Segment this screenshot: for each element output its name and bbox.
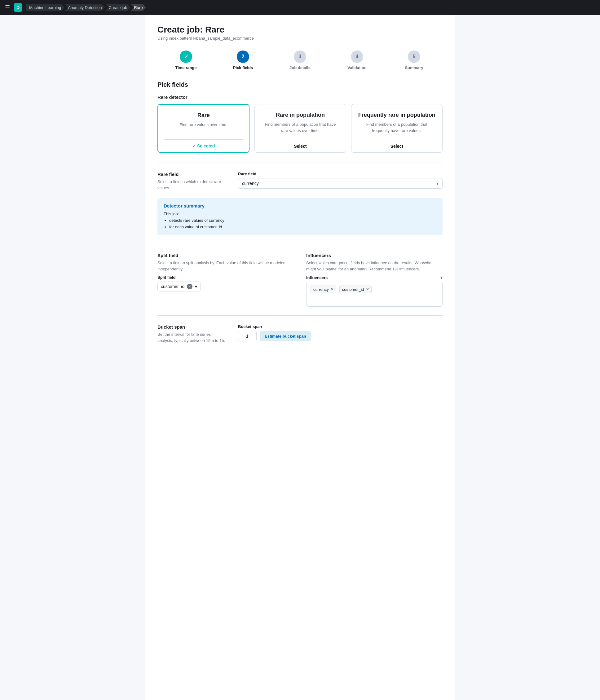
step-1: ✓ Time range [158,50,214,70]
divider-4 [158,356,442,356]
rare-field-description: Rare field Select a field in which to de… [158,172,225,191]
split-field-col: Split field Select a field to split anal… [158,253,294,299]
stepper: ✓ Time range 2 Pick fields 3 Job details… [158,50,442,70]
split-field-inner: Split field Select a field to split anal… [158,253,294,292]
main-content: Create job: Rare Using index pattern kib… [145,15,455,700]
detector-summary-text: This job: detects rare values of currenc… [164,211,436,230]
bucket-span-section-desc: Set the interval for time series analysi… [158,331,225,344]
detector-summary-item-2: for each value of customer_id [169,224,436,230]
detector-card-rare-in-population[interactable]: Rare in population Find members of a pop… [255,104,346,153]
bucket-span-input-row: Estimate bucket span [238,331,442,341]
influencer-tag-customer-id-remove[interactable]: ✕ [366,288,369,292]
estimate-bucket-span-button[interactable]: Estimate bucket span [260,331,311,341]
rare-field-row: Rare field Select a field in which to de… [158,172,442,191]
influencers-col: Influencers Select which categorical fie… [306,253,442,307]
influencer-tag-currency-remove[interactable]: ✕ [331,288,334,292]
step-4-circle: 4 [351,50,363,63]
bucket-span-label: Bucket span [238,324,442,329]
influencers-tags-container: currency ✕ customer_id ✕ [306,282,442,307]
split-field-label: Split field [158,275,200,280]
step-2-circle: 2 [237,50,249,63]
rare-detector-label: Rare detector [158,95,442,100]
rare-field-section-title: Rare field [158,172,225,177]
detector-card-rare-action[interactable]: ✓Selected [164,140,243,152]
hamburger-icon[interactable]: ☰ [5,4,10,11]
detector-card-rare-desc: Find rare values over time. [180,122,227,128]
detector-card-frip-desc: Find members of a population that freque… [358,121,436,133]
detector-card-frip-action[interactable]: Select [358,140,436,152]
influencers-section-title: Influencers [306,253,442,258]
detector-card-frip-title: Frequently rare in population [358,112,435,118]
split-field-description: Split field Select a field to split anal… [158,253,294,272]
influencers-chevron-icon[interactable]: ▾ [440,275,442,280]
split-field-section-title: Split field [158,253,294,258]
step-3-circle: 3 [294,50,306,63]
influencer-tag-currency-label: currency [313,287,329,292]
step-5-label: Summary [405,65,423,70]
step-3: 3 Job details [271,50,329,70]
detector-card-frequently-rare[interactable]: Frequently rare in population Find membe… [351,104,442,153]
bucket-span-control: Bucket span Estimate bucket span [238,324,442,341]
split-field-value: customer_id [161,284,185,289]
step-4-label: Validation [347,65,366,70]
breadcrumb-anomaly-detection[interactable]: Anomaly Detection [65,4,105,11]
influencer-tag-customer-id: customer_id ✕ [339,285,371,293]
split-influencers-row: Split field Select a field to split anal… [158,253,442,307]
rare-field-section-desc: Select a field in which to detect rare v… [158,179,225,191]
step-5: 5 Summary [386,50,442,70]
split-field-chevron-icon: ▾ [195,284,197,289]
bucket-span-description: Bucket span Set the interval for time se… [158,324,225,344]
detector-summary-list: detects rare values of currency for each… [164,218,436,230]
rare-field-select[interactable]: currency ▾ [238,178,442,189]
influencers-section-desc: Select which categorical fields have inf… [306,260,442,272]
detector-summary-item-1: detects rare values of currency [169,218,436,224]
rare-field-value: currency [242,181,259,186]
breadcrumb-create-job[interactable]: Create job [105,4,130,11]
step-2: 2 Pick fields [214,50,271,70]
detector-card-rip-title: Rare in population [276,112,325,118]
app-logo: D [14,3,22,12]
detector-card-rip-desc: Find members of a population that have r… [261,121,339,133]
breadcrumb: Machine Learning Anomaly Detection Creat… [26,4,147,11]
divider-3 [158,315,442,316]
detector-summary-title: Detector summary [164,203,436,208]
split-field-input[interactable]: customer_id ✕ ▾ [158,281,200,292]
top-nav: ☰ D Machine Learning Anomaly Detection C… [0,0,600,15]
step-1-circle: ✓ [180,50,192,63]
split-field-clear-button[interactable]: ✕ [187,284,192,289]
detector-card-rare-title: Rare [197,112,210,119]
influencers-header: Influencers ▾ [306,275,442,280]
page-subtitle: Using index pattern kibana_sample_data_e… [158,36,442,41]
chevron-down-icon: ▾ [436,181,438,186]
breadcrumb-machine-learning[interactable]: Machine Learning [26,4,64,11]
detector-cards: Rare Find rare values over time. ✓Select… [158,104,442,153]
breadcrumb-rare[interactable]: Rare [131,4,146,11]
step-4: 4 Validation [329,50,386,70]
divider-1 [158,162,442,163]
bucket-span-section-title: Bucket span [158,324,225,329]
rare-field-label: Rare field [238,172,442,176]
split-field-control: Split field customer_id ✕ ▾ [158,275,200,292]
influencers-label: Influencers [306,275,328,280]
detector-card-rip-action[interactable]: Select [261,140,339,152]
influencer-tag-currency: currency ✕ [311,285,336,293]
step-1-label: Time range [175,65,196,70]
step-2-label: Pick fields [233,65,253,70]
selected-check-icon: ✓ [192,143,196,148]
influencer-tag-customer-id-label: customer_id [342,287,364,292]
split-field-section-desc: Select a field to split analysis by. Eac… [158,260,294,272]
pick-fields-title: Pick fields [158,81,442,88]
step-3-label: Job details [289,65,311,70]
bucket-span-input[interactable] [238,331,257,341]
page-title: Create job: Rare [158,25,442,35]
step-5-circle: 5 [408,50,420,63]
rare-field-control: Rare field currency ▾ [238,172,442,189]
detector-summary: Detector summary This job: detects rare … [158,198,442,235]
detector-card-rare[interactable]: Rare Find rare values over time. ✓Select… [158,104,249,153]
bucket-span-row: Bucket span Set the interval for time se… [158,324,442,344]
